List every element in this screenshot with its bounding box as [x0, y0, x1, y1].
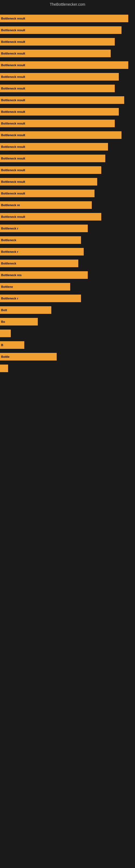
- bar-fill: Bottleneck result: [0, 26, 122, 34]
- bar-item: Bottleneck r: [0, 248, 135, 255]
- bar-fill: Bottleneck res: [0, 271, 88, 279]
- bar-label: Bottleneck result: [1, 87, 25, 90]
- bar-label: Bottleneck re: [1, 204, 20, 207]
- bar-item: Bottleneck result: [0, 120, 135, 127]
- bar-fill: Bottleneck result: [0, 155, 105, 162]
- bar-fill: Bottleneck: [0, 259, 78, 267]
- bar-item: Bottleneck result: [0, 61, 135, 69]
- bar-fill: Bottleneck r: [0, 225, 88, 232]
- bar-fill: Bo: [0, 318, 38, 326]
- bar-label: Bottleneck result: [1, 192, 25, 195]
- bar-label: Bottlene: [1, 285, 13, 288]
- bar-label: Bottleneck r: [1, 250, 18, 253]
- bar-label: Bottleneck result: [1, 145, 25, 148]
- bar-item: Bo: [0, 318, 135, 326]
- bar-fill: Bottleneck result: [0, 50, 111, 57]
- bar-fill: Bottleneck result: [0, 85, 115, 92]
- bar-fill: Bottleneck result: [0, 120, 115, 127]
- bar-label: Bottleneck result: [1, 98, 25, 102]
- bar-label: Bottleneck: [1, 262, 16, 265]
- bar-label: Bottleneck result: [1, 180, 25, 183]
- bar-label: B: [1, 343, 3, 347]
- bar-fill: Bottleneck r: [0, 248, 84, 255]
- bar-fill: Bottleneck result: [0, 178, 97, 186]
- chart-area: Bottleneck resultBottleneck resultBottle…: [0, 9, 135, 863]
- bar-item: Bottleneck result: [0, 26, 135, 34]
- bar-item: Bottleneck: [0, 259, 135, 267]
- bar-item: B: [0, 341, 135, 349]
- bar-label: Bottleneck result: [1, 75, 25, 79]
- bar-label: Bottleneck result: [1, 168, 25, 172]
- bar-item: Bottleneck res: [0, 271, 135, 279]
- bar-fill: Bottleneck r: [0, 294, 81, 302]
- bar-item: Bottleneck result: [0, 73, 135, 81]
- bar-item: Bottleneck result: [0, 108, 135, 116]
- bar-fill: Bottlene: [0, 283, 70, 290]
- bar-fill: Bottleneck result: [0, 61, 128, 69]
- bar-fill: Bottleneck result: [0, 190, 94, 197]
- bar-item: Bottleneck re: [0, 201, 135, 209]
- bar-fill: Bottleneck result: [0, 14, 128, 22]
- bar-item: Bottlene: [0, 283, 135, 290]
- bar-label: Bottleneck result: [1, 29, 25, 32]
- bar-fill: Bottleneck result: [0, 213, 101, 220]
- bar-label: Bottleneck result: [1, 122, 25, 125]
- bar-label: Bottleneck result: [1, 157, 25, 160]
- bar-fill: [0, 365, 8, 372]
- bar-fill: [0, 330, 11, 337]
- bar-label: Bottleneck: [1, 239, 16, 242]
- bar-fill: B: [0, 341, 24, 349]
- bar-item: Bottleneck r: [0, 225, 135, 232]
- bar-item: Bottleneck result: [0, 143, 135, 151]
- bar-label: Bottleneck result: [1, 215, 25, 218]
- bar-label: Bottleneck result: [1, 133, 25, 137]
- bar-item: Bottleneck result: [0, 178, 135, 186]
- bar-item: Bottleneck result: [0, 213, 135, 220]
- bar-label: Bottleneck r: [1, 297, 18, 300]
- bar-item: Bottleneck r: [0, 294, 135, 302]
- bar-item: Bottleneck result: [0, 166, 135, 174]
- bar-label: Bottleneck res: [1, 273, 21, 277]
- bar-fill: Bottleneck result: [0, 38, 115, 45]
- bar-item: Bottleneck: [0, 236, 135, 244]
- bar-label: Bottleneck result: [1, 40, 25, 43]
- bar-fill: Bottleneck: [0, 236, 81, 244]
- bar-item: [0, 365, 135, 372]
- bar-item: Bottleneck result: [0, 14, 135, 22]
- bar-fill: Bottleneck re: [0, 201, 92, 209]
- bar-label: Bottleneck result: [1, 52, 25, 55]
- bar-item: Bott: [0, 306, 135, 314]
- bar-label: Bottleneck result: [1, 110, 25, 113]
- bar-fill: Bottleneck result: [0, 143, 108, 151]
- bar-label: Bottleneck result: [1, 63, 25, 67]
- bar-item: Bottle: [0, 353, 135, 361]
- site-title-bar: TheBottlenecker.com: [0, 0, 135, 9]
- bar-item: Bottleneck result: [0, 38, 135, 45]
- bar-item: Bottleneck result: [0, 155, 135, 162]
- bar-label: Bottleneck r: [1, 227, 18, 230]
- bar-fill: Bottleneck result: [0, 108, 119, 116]
- bar-item: Bottleneck result: [0, 85, 135, 92]
- bar-label: Bott: [1, 308, 7, 312]
- bar-fill: Bottleneck result: [0, 166, 101, 174]
- bar-item: Bottleneck result: [0, 96, 135, 104]
- bar-label: Bottle: [1, 355, 9, 358]
- bar-item: Bottleneck result: [0, 190, 135, 197]
- bar-fill: Bottleneck result: [0, 131, 122, 139]
- bar-fill: Bottle: [0, 353, 57, 361]
- bar-item: Bottleneck result: [0, 131, 135, 139]
- bar-fill: Bott: [0, 306, 51, 314]
- bar-label: Bo: [1, 320, 5, 323]
- bar-label: Bottleneck result: [1, 17, 25, 20]
- bar-item: Bottleneck result: [0, 50, 135, 57]
- site-title: TheBottlenecker.com: [0, 0, 135, 9]
- bar-fill: Bottleneck result: [0, 73, 119, 81]
- bar-item: [0, 330, 135, 337]
- bar-fill: Bottleneck result: [0, 96, 124, 104]
